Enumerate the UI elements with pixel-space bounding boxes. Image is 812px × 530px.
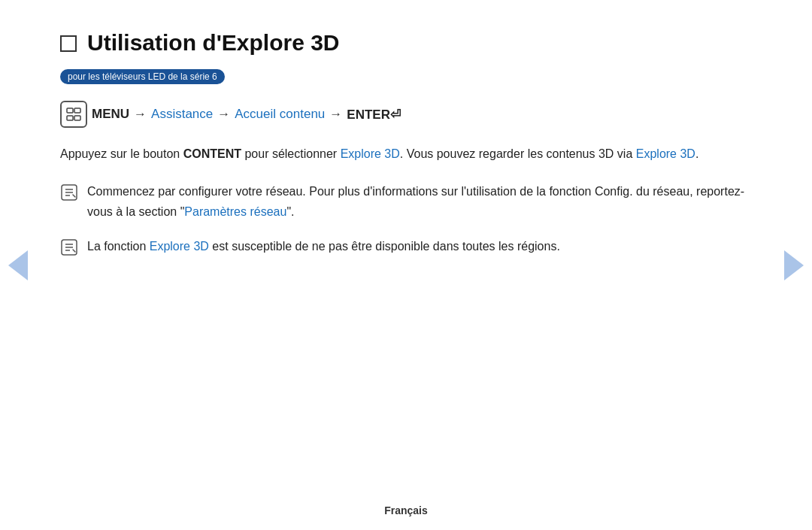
svg-rect-2 — [67, 116, 73, 120]
note-2-text: La fonction Explore 3D est susceptible d… — [87, 237, 752, 256]
right-arrow-shape — [784, 250, 804, 280]
svg-rect-1 — [74, 108, 80, 113]
menu-icon — [60, 101, 87, 128]
note-1-link[interactable]: Paramètres réseau — [184, 205, 286, 218]
note-item-2: La fonction Explore 3D est susceptible d… — [60, 237, 752, 256]
main-paragraph: Appuyez sur le bouton CONTENT pour sélec… — [60, 144, 752, 164]
main-bold: CONTENT — [183, 147, 241, 160]
note-2-text-2: est susceptible de ne pas être disponibl… — [209, 240, 560, 253]
nav-arrow-left[interactable] — [8, 250, 29, 280]
menu-arrow-1: → — [134, 107, 147, 122]
main-explore-link-2[interactable]: Explore 3D — [636, 147, 695, 160]
page-title: Utilisation d'Explore 3D — [87, 30, 340, 56]
footer: Français — [0, 504, 812, 516]
svg-rect-0 — [67, 108, 73, 113]
checkbox-icon — [60, 35, 77, 52]
badge-container: pour les téléviseurs LED de la série 6 — [60, 69, 752, 101]
main-text-3: . Vous pouvez regarder les contenus 3D v… — [400, 147, 636, 160]
menu-accueil-link[interactable]: Accueil contenu — [235, 107, 325, 122]
enter-label: ENTER⏎ — [347, 107, 401, 123]
series-badge: pour les téléviseurs LED de la série 6 — [60, 69, 225, 84]
main-text-4: . — [695, 147, 698, 160]
note-2-link[interactable]: Explore 3D — [150, 240, 209, 253]
main-explore-link-1[interactable]: Explore 3D — [341, 147, 400, 160]
menu-label: MENU — [92, 107, 129, 122]
menu-arrow-2: → — [217, 107, 230, 122]
note-1-text: Commencez par configurer votre réseau. P… — [87, 182, 752, 222]
svg-rect-3 — [74, 116, 80, 120]
note-icon-1 — [60, 183, 78, 201]
note-2-text-1: La fonction — [87, 240, 150, 253]
page-container: Utilisation d'Explore 3D pour les télévi… — [0, 0, 812, 530]
title-area: Utilisation d'Explore 3D — [60, 30, 752, 56]
menu-arrow-3: → — [329, 107, 342, 122]
main-text-2: pour sélectionner — [241, 147, 341, 160]
footer-language: Français — [384, 504, 428, 516]
note-icon-2 — [60, 238, 78, 256]
left-arrow-shape — [8, 250, 28, 280]
note-1-text-2: ". — [286, 205, 294, 218]
main-text-1: Appuyez sur le bouton — [60, 147, 183, 160]
menu-navigation-line: MENU → Assistance → Accueil contenu → EN… — [60, 101, 752, 128]
menu-assistance-link[interactable]: Assistance — [151, 107, 213, 122]
note-item-1: Commencez par configurer votre réseau. P… — [60, 182, 752, 222]
nav-arrow-right[interactable] — [783, 250, 804, 280]
